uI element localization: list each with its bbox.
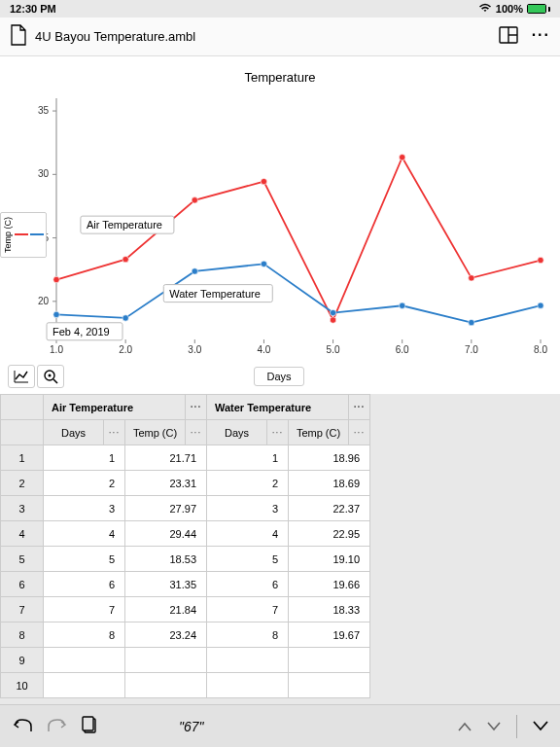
cell-water-temp[interactable]: 18.33 bbox=[289, 597, 370, 622]
table-row[interactable]: 6631.35619.66 bbox=[1, 572, 370, 597]
table-row[interactable]: 2223.31218.69 bbox=[1, 471, 370, 496]
cell-air-days[interactable]: 3 bbox=[44, 496, 125, 521]
col-air-days[interactable]: Days bbox=[44, 420, 104, 445]
cell-water-days[interactable]: 3 bbox=[207, 496, 289, 521]
redo-button[interactable] bbox=[47, 717, 68, 736]
svg-point-30 bbox=[192, 197, 197, 203]
svg-point-34 bbox=[469, 275, 474, 281]
cell-air-temp[interactable]: 31.35 bbox=[125, 572, 207, 597]
svg-text:2.0: 2.0 bbox=[119, 344, 132, 355]
cell-water-temp[interactable]: 19.66 bbox=[289, 572, 370, 597]
cell-water-temp[interactable]: 19.67 bbox=[289, 622, 370, 648]
status-bar: 12:30 PM 100% bbox=[0, 0, 560, 18]
table-row[interactable]: 9 bbox=[1, 648, 370, 673]
svg-line-51 bbox=[53, 379, 57, 383]
row-number: 6 bbox=[1, 572, 44, 597]
cell-water-temp[interactable]: 18.96 bbox=[289, 445, 370, 471]
status-right: 100% bbox=[478, 3, 550, 15]
prev-result-button[interactable] bbox=[458, 718, 472, 735]
row-number: 9 bbox=[1, 648, 44, 673]
search-term[interactable]: "67" bbox=[179, 719, 204, 734]
table-row[interactable]: 8823.24819.67 bbox=[1, 622, 370, 648]
table-row[interactable]: 3327.97322.37 bbox=[1, 496, 370, 521]
cell-air-days[interactable]: 2 bbox=[44, 471, 125, 496]
col-menu-air[interactable]: ··· bbox=[186, 395, 207, 420]
svg-point-35 bbox=[538, 257, 543, 263]
x-axis-label-button[interactable]: Days bbox=[254, 367, 303, 386]
next-result-button[interactable] bbox=[487, 718, 501, 735]
cell-water-days[interactable]: 7 bbox=[207, 597, 289, 622]
data-table[interactable]: Air Temperature ··· Water Temperature ··… bbox=[0, 394, 370, 698]
svg-point-31 bbox=[261, 178, 266, 184]
svg-point-42 bbox=[469, 319, 474, 325]
cell-water-temp[interactable] bbox=[289, 648, 370, 673]
cell-air-temp[interactable]: 27.97 bbox=[125, 496, 207, 521]
cell-air-temp[interactable] bbox=[125, 673, 207, 698]
table-row[interactable]: 5518.53519.10 bbox=[1, 547, 370, 572]
col-water-days[interactable]: Days bbox=[207, 420, 267, 445]
cell-air-temp[interactable]: 23.31 bbox=[125, 471, 207, 496]
cell-water-days[interactable] bbox=[207, 673, 289, 698]
col-group-air[interactable]: Air Temperature bbox=[44, 395, 186, 420]
file-icon[interactable] bbox=[10, 24, 27, 50]
svg-point-52 bbox=[49, 374, 52, 377]
svg-text:30: 30 bbox=[38, 168, 50, 179]
cell-water-temp[interactable] bbox=[289, 673, 370, 698]
cell-water-temp[interactable]: 22.95 bbox=[289, 521, 370, 547]
cell-water-days[interactable]: 4 bbox=[207, 521, 289, 547]
y-axis-legend[interactable]: Temp (C) bbox=[0, 212, 47, 258]
cell-air-temp[interactable]: 29.44 bbox=[125, 521, 207, 547]
chart-plot[interactable]: 202530351.02.03.04.05.06.07.08.0Air Temp… bbox=[10, 89, 550, 361]
col-air-temp[interactable]: Temp (C) bbox=[125, 420, 186, 445]
cell-air-temp[interactable]: 23.24 bbox=[125, 622, 207, 648]
cell-air-temp[interactable]: 21.84 bbox=[125, 597, 207, 622]
svg-rect-54 bbox=[83, 717, 93, 730]
cell-air-temp[interactable]: 18.53 bbox=[125, 547, 207, 572]
cell-air-days[interactable] bbox=[44, 673, 125, 698]
table-row[interactable]: 7721.84718.33 bbox=[1, 597, 370, 622]
col-menu-water[interactable]: ··· bbox=[349, 395, 370, 420]
cell-air-days[interactable]: 1 bbox=[44, 445, 125, 471]
svg-point-38 bbox=[192, 268, 197, 274]
col-water-temp[interactable]: Temp (C) bbox=[289, 420, 349, 445]
svg-text:8.0: 8.0 bbox=[534, 344, 547, 355]
bottom-bar: "67" bbox=[0, 704, 560, 747]
cell-air-days[interactable]: 4 bbox=[44, 521, 125, 547]
clipboard-button[interactable] bbox=[82, 716, 97, 737]
cell-water-temp[interactable]: 18.69 bbox=[289, 471, 370, 496]
svg-text:7.0: 7.0 bbox=[465, 344, 478, 355]
cell-water-temp[interactable]: 22.37 bbox=[289, 496, 370, 521]
cell-water-days[interactable]: 2 bbox=[207, 471, 289, 496]
cell-water-temp[interactable]: 19.10 bbox=[289, 547, 370, 572]
battery-percent: 100% bbox=[496, 3, 523, 15]
row-number: 1 bbox=[1, 445, 44, 471]
col-group-water[interactable]: Water Temperature bbox=[207, 395, 349, 420]
cell-water-days[interactable]: 6 bbox=[207, 572, 289, 597]
cell-water-days[interactable] bbox=[207, 648, 289, 673]
cell-water-days[interactable]: 1 bbox=[207, 445, 289, 471]
table-row[interactable]: 4429.44422.95 bbox=[1, 521, 370, 547]
layout-icon[interactable] bbox=[499, 26, 518, 48]
cell-air-temp[interactable] bbox=[125, 648, 207, 673]
cell-air-temp[interactable]: 21.71 bbox=[125, 445, 207, 471]
svg-point-41 bbox=[400, 302, 405, 308]
zoom-button[interactable] bbox=[37, 365, 64, 388]
chart-type-button[interactable] bbox=[8, 365, 35, 388]
cell-water-days[interactable]: 5 bbox=[207, 547, 289, 572]
cell-air-days[interactable]: 7 bbox=[44, 597, 125, 622]
row-number: 2 bbox=[1, 471, 44, 496]
chart-toolbar: Days bbox=[0, 365, 560, 394]
svg-text:20: 20 bbox=[38, 296, 50, 306]
collapse-button[interactable] bbox=[533, 718, 548, 735]
cell-water-days[interactable]: 8 bbox=[207, 622, 289, 648]
undo-button[interactable] bbox=[12, 717, 33, 736]
cell-air-days[interactable]: 8 bbox=[44, 622, 125, 648]
table-row[interactable]: 1121.71118.96 bbox=[1, 445, 370, 471]
more-icon[interactable]: ··· bbox=[532, 26, 550, 48]
row-number: 8 bbox=[1, 622, 44, 648]
svg-text:5.0: 5.0 bbox=[327, 344, 340, 355]
cell-air-days[interactable]: 6 bbox=[44, 572, 125, 597]
table-row[interactable]: 10 bbox=[1, 673, 370, 698]
cell-air-days[interactable] bbox=[44, 648, 125, 673]
cell-air-days[interactable]: 5 bbox=[44, 547, 125, 572]
